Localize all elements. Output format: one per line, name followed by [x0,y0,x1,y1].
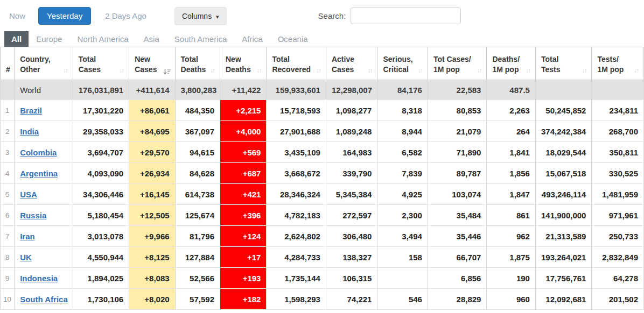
cell-total_deaths: 3,800,283 [175,80,220,100]
cell-active_cases: 339,790 [326,163,377,184]
country-row: 5USA34,306,446+16,145614,738+42128,346,3… [1,184,644,205]
cell-serious_critical: 2,300 [377,205,428,226]
cell-total_tests: 493,246,114 [535,184,592,205]
cell-rank: 6 [1,205,15,226]
cell-total_deaths: 614,738 [175,184,220,205]
tab-oceania[interactable]: Oceania [270,31,316,47]
cell-country: Russia [15,205,73,226]
cell-total_recovered: 1,735,144 [267,268,326,289]
cell-new_cases: +8,020 [129,289,175,310]
cell-serious_critical: 6,582 [377,142,428,163]
cell-serious_critical [377,268,428,289]
sort-icon: ↓↑ [210,66,215,75]
country-link[interactable]: Brazil [20,106,42,115]
continent-tabs: AllEuropeNorth AmericaAsiaSouth AmericaA… [0,31,644,47]
cell-new_cases: +16,145 [129,184,175,205]
two-days-ago-button[interactable]: 2 Days Ago [104,8,148,24]
col-header-deaths_per_1m[interactable]: Deaths/1M pop↓↑ [487,47,535,80]
col-header-tests_per_1m[interactable]: Tests/1M pop↓↑ [592,47,644,80]
cell-rank: 5 [1,184,15,205]
col-header-new_deaths[interactable]: NewDeaths↓↑ [220,47,267,80]
cell-cases_per_1m: 66,707 [428,247,487,268]
tab-asia[interactable]: Asia [136,31,167,47]
country-link[interactable]: South Africa [20,295,68,304]
cell-total_tests: 21,313,589 [535,226,592,247]
cell-new_cases: +84,695 [129,121,175,142]
cell-total_recovered: 1,598,293 [267,289,326,310]
country-link[interactable]: Colombia [20,148,57,157]
cell-deaths_per_1m: 1,841 [487,142,535,163]
cell-tests_per_1m: 330,525 [592,163,644,184]
cell-rank: 3 [1,142,15,163]
country-link[interactable]: Indonesia [20,274,58,283]
col-header-country[interactable]: Country,Other↓↑ [15,47,73,80]
cell-active_cases: 5,345,384 [326,184,377,205]
cell-tests_per_1m: 234,811 [592,100,644,121]
cell-total_deaths: 367,097 [175,121,220,142]
cell-new_deaths: +396 [220,205,267,226]
search-input[interactable] [351,8,461,24]
cell-country: UK [15,247,73,268]
tab-north-america[interactable]: North America [70,31,136,47]
tab-europe[interactable]: Europe [29,31,69,47]
country-link[interactable]: Iran [20,232,35,241]
cell-tests_per_1m: 201,502 [592,289,644,310]
cell-total_recovered: 28,346,324 [267,184,326,205]
cell-new_cases: +8,125 [129,247,175,268]
cell-rank [1,80,15,100]
country-link[interactable]: Russia [20,211,46,220]
cell-serious_critical: 8,318 [377,100,428,121]
tab-africa[interactable]: Africa [234,31,270,47]
cell-total_deaths: 57,592 [175,289,220,310]
cell-total_recovered: 2,624,802 [267,226,326,247]
cell-cases_per_1m: 103,074 [428,184,487,205]
cell-active_cases: 1,098,277 [326,100,377,121]
cell-new_cases: +29,570 [129,142,175,163]
country-link[interactable]: UK [20,253,32,262]
cell-cases_per_1m: 35,484 [428,205,487,226]
cell-total_deaths: 125,674 [175,205,220,226]
col-header-serious_critical[interactable]: Serious,Critical↓↑ [377,47,428,80]
cell-cases_per_1m: 71,890 [428,142,487,163]
country-link[interactable]: Argentina [20,169,58,178]
col-header-total_cases[interactable]: TotalCases↓↑ [73,47,129,80]
col-header-total_tests[interactable]: TotalTests↓↑ [535,47,592,80]
col-header-total_recovered[interactable]: TotalRecovered↓↑ [267,47,326,80]
country-row: 4Argentina4,093,090+26,93484,628+6873,66… [1,163,644,184]
cell-tests_per_1m: 1,481,959 [592,184,644,205]
col-header-cases_per_1m[interactable]: Tot Cases/1M pop↓↑ [428,47,487,80]
country-link[interactable]: USA [20,190,37,199]
sort-icon: ↓↑ [63,66,68,75]
cell-total_recovered: 4,782,183 [267,205,326,226]
yesterday-button[interactable]: Yesterday [38,7,91,25]
cell-deaths_per_1m: 487.5 [487,80,535,100]
cell-tests_per_1m: 350,811 [592,142,644,163]
tab-south-america[interactable]: South America [167,31,235,47]
cell-new_deaths: +569 [220,142,267,163]
cell-total_cases: 4,093,090 [73,163,129,184]
cell-total_recovered: 15,718,593 [267,100,326,121]
col-header-active_cases[interactable]: ActiveCases↓↑ [326,47,377,80]
cell-total_tests [535,80,592,100]
columns-dropdown-button[interactable]: Columns ▾ [174,7,227,25]
cell-serious_critical: 7,839 [377,163,428,184]
cell-deaths_per_1m: 962 [487,226,535,247]
cell-serious_critical: 84,176 [377,80,428,100]
country-link[interactable]: India [20,127,39,136]
cell-total_cases: 3,013,078 [73,226,129,247]
cell-rank: 7 [1,226,15,247]
cell-deaths_per_1m: 264 [487,121,535,142]
cell-total_cases: 176,031,891 [73,80,129,100]
sort-icon: ↓↑ [256,66,262,75]
now-button[interactable]: Now [8,8,26,24]
country-row: 1Brazil17,301,220+86,061484,350+2,21515,… [1,100,644,121]
sort-icon: ↓↑ [477,66,482,75]
cell-new_deaths: +2,215 [220,100,267,121]
col-header-total_deaths[interactable]: TotalDeaths↓↑ [175,47,220,80]
country-row: 8UK4,550,944+8,125127,884+174,284,733138… [1,247,644,268]
cell-country: Argentina [15,163,73,184]
col-header-new_cases[interactable]: NewCases [129,47,175,80]
tab-all[interactable]: All [4,31,29,47]
cell-rank: 4 [1,163,15,184]
cell-rank: 10 [1,289,15,310]
